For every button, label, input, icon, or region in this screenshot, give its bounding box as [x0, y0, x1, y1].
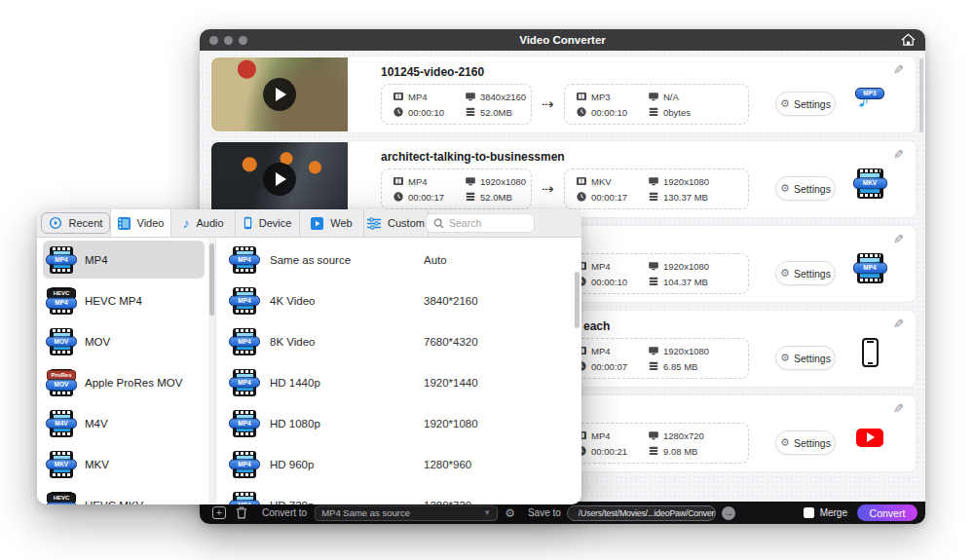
mp4-film-icon: MP4	[233, 287, 256, 315]
profile-resolution: 1920*1440	[424, 377, 478, 389]
settings-button[interactable]: ⚙ Settings	[775, 261, 836, 285]
filesize-icon	[649, 277, 658, 286]
tab-web[interactable]: Web	[300, 209, 364, 237]
home-button[interactable]	[899, 32, 917, 48]
profile-item-same-as-source[interactable]: MP4 Same as source Auto	[216, 241, 581, 279]
clock-icon	[393, 192, 403, 202]
save-path-field[interactable]: /Users/test/Movies/...ideoPaw/Converted	[567, 505, 716, 521]
target-duration: 00:00:17	[577, 192, 639, 203]
format-settings-icon[interactable]: ⚙	[505, 506, 515, 520]
clock-icon	[577, 107, 586, 117]
mp4-film-icon: MP4	[233, 328, 256, 355]
titlebar[interactable]: Video Converter	[200, 29, 925, 51]
profile-item-hd-960p[interactable]: MP4 HD 960p 1280*960	[216, 445, 581, 483]
target-info-box: MKV 1920x1080 00:00:17 130.37 MB	[564, 168, 749, 209]
settings-label: Settings	[794, 268, 831, 280]
output-format-icon[interactable]: ♪ MP3	[851, 80, 888, 117]
profile-item-4k[interactable]: MP4 4K Video 3840*2160	[216, 281, 581, 319]
source-format: MP4	[393, 92, 456, 102]
video-thumbnail[interactable]	[211, 142, 348, 216]
source-duration: 00:00:17	[393, 192, 456, 203]
profile-resolution: Auto	[424, 254, 447, 266]
output-format-dropdown[interactable]: MP4 Same as source ▼	[315, 505, 498, 521]
tab-device[interactable]: Device	[236, 209, 300, 237]
format-item-prores-mov[interactable]: ProRes MOV Apple ProRes MOV	[43, 363, 205, 401]
sliders-icon	[367, 217, 381, 230]
convert-button[interactable]: Convert	[857, 504, 918, 521]
edit-icon[interactable]: ✎	[893, 62, 904, 77]
output-format-icon[interactable]	[851, 419, 888, 456]
target-resolution: N/A	[649, 92, 736, 102]
conversion-row: architect-talking-to-businessmen MP4 192…	[209, 140, 917, 218]
profile-list-scrollbar[interactable]	[575, 272, 580, 328]
list-scrollbar[interactable]	[919, 58, 923, 132]
settings-label: Settings	[794, 437, 831, 449]
settings-label: Settings	[794, 353, 831, 364]
play-button[interactable]	[263, 78, 296, 111]
display-icon	[649, 92, 658, 101]
settings-button[interactable]: ⚙ Settings	[775, 176, 836, 201]
target-info-box: MP4 1920x1080 00:00:10 104.37 MB	[564, 253, 749, 294]
gear-icon: ⚙	[780, 268, 790, 279]
target-info-box: MP4 1280x720 00:00:21 9.08 MB	[564, 423, 749, 464]
format-list-scrollbar[interactable]	[209, 243, 214, 316]
profile-item-hd-1080p[interactable]: MP4 HD 1080p 1920*1080	[216, 404, 581, 442]
add-file-button[interactable]: +	[212, 506, 226, 519]
target-size: 6.85 MB	[649, 361, 736, 372]
profile-item-8k[interactable]: MP4 8K Video 7680*4320	[216, 322, 581, 360]
profile-item-hd-720p[interactable]: MP4 HD 720p 1280*720	[216, 486, 581, 504]
smartphone-icon	[244, 216, 252, 230]
filesize-icon	[649, 192, 658, 202]
search-input[interactable]	[449, 217, 527, 229]
music-note-icon: ♪	[182, 216, 189, 230]
target-format: MP4	[577, 430, 639, 441]
mov-film-icon: MOV	[50, 328, 73, 355]
merge-checkbox[interactable]	[804, 507, 814, 518]
video-title: architect-talking-to-businessmen	[381, 150, 565, 164]
mp4-film-icon: MP4	[50, 246, 73, 274]
settings-button[interactable]: ⚙ Settings	[775, 92, 836, 116]
profile-item-hd-1440p[interactable]: MP4 HD 1440p 1920*1440	[216, 363, 581, 401]
settings-label: Settings	[794, 183, 831, 195]
settings-button[interactable]: ⚙ Settings	[775, 346, 836, 370]
delete-button[interactable]	[236, 506, 247, 519]
mkv-film-icon: MKV	[50, 451, 73, 478]
format-search[interactable]	[426, 213, 535, 233]
mp4-film-icon: MP4	[233, 451, 256, 478]
output-format-icon[interactable]: MP4	[851, 249, 888, 286]
format-item-hevc-mp4[interactable]: HEVC MP4 HEVC MP4	[43, 281, 205, 319]
output-format-icon[interactable]	[851, 334, 888, 371]
filesize-icon	[649, 361, 658, 371]
profile-resolution: 1920*1080	[424, 418, 478, 429]
web-video-icon	[311, 217, 323, 230]
tab-audio[interactable]: ♪ Audio	[171, 209, 236, 237]
format-item-m4v[interactable]: M4V M4V	[43, 404, 205, 442]
open-folder-button[interactable]: →	[722, 506, 735, 520]
save-to-label: Save to	[528, 507, 561, 518]
video-thumbnail[interactable]	[211, 57, 348, 131]
play-button[interactable]	[263, 163, 296, 196]
gear-icon: ⚙	[780, 353, 790, 363]
settings-button[interactable]: ⚙ Settings	[775, 430, 836, 455]
edit-icon[interactable]: ✎	[893, 232, 904, 246]
profile-label: 8K Video	[270, 336, 424, 348]
format-label: MKV	[85, 459, 109, 470]
profile-label: HD 720p	[270, 500, 424, 505]
source-duration: 00:00:10	[393, 107, 456, 118]
format-item-hevc-mkv[interactable]: HEVC MKV HEVC MKV	[43, 486, 205, 504]
profile-resolution: 1280*720	[424, 500, 471, 505]
filesize-icon	[466, 107, 475, 117]
format-label: Apple ProRes MOV	[85, 377, 182, 389]
edit-icon[interactable]: ✎	[893, 317, 904, 331]
output-format-icon[interactable]: MKV	[851, 165, 888, 202]
tab-video[interactable]: Video	[110, 209, 171, 237]
format-item-mkv[interactable]: MKV MKV	[43, 445, 205, 483]
source-format: MP4	[393, 176, 456, 187]
format-item-mp4[interactable]: MP4 MP4	[43, 241, 205, 279]
tab-recent[interactable]: Recent	[41, 212, 110, 234]
edit-icon[interactable]: ✎	[893, 147, 904, 162]
source-resolution: 1920x1080	[466, 176, 526, 187]
tab-custom[interactable]: Custom	[364, 209, 429, 237]
edit-icon[interactable]: ✎	[893, 401, 904, 416]
format-item-mov[interactable]: MOV MOV	[43, 322, 205, 360]
